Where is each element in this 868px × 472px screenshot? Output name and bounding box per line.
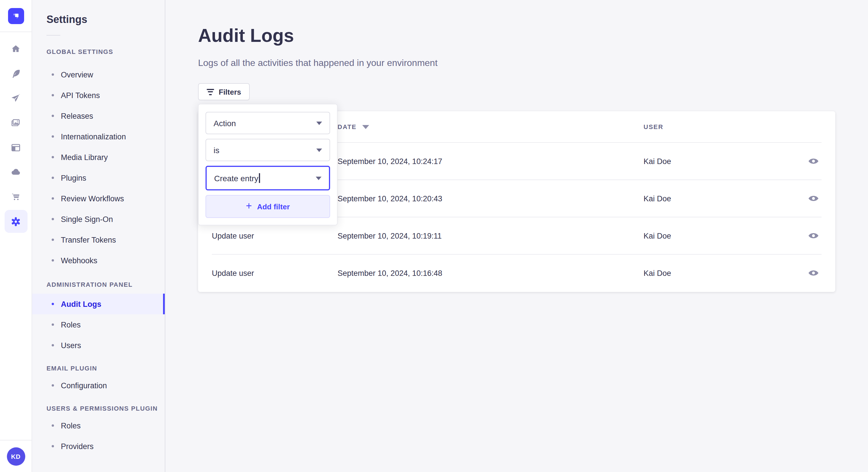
sidebar-item-label: Releases <box>61 111 93 120</box>
section-label: USERS & PERMISSIONS PLUGIN <box>32 404 165 413</box>
column-header-user[interactable]: USER <box>644 123 789 130</box>
view-details-eye-icon[interactable] <box>805 191 822 206</box>
sidebar-item-audit-logs[interactable]: Audit Logs <box>32 294 165 314</box>
paper-plane-icon[interactable] <box>4 87 27 109</box>
cell-user: Kai Doe <box>644 269 789 277</box>
sidebar-item-providers[interactable]: Providers <box>32 436 165 457</box>
plus-icon: + <box>246 201 252 211</box>
bullet-icon <box>52 239 54 241</box>
cell-user: Kai Doe <box>644 157 789 165</box>
bullet-icon <box>52 73 54 76</box>
sidebar-item-plugins[interactable]: Plugins <box>32 167 165 188</box>
cell-user: Kai Doe <box>644 231 789 240</box>
bullet-icon <box>52 384 54 386</box>
text-cursor <box>259 173 260 183</box>
sidebar-item-label: Plugins <box>61 173 86 182</box>
view-details-eye-icon[interactable] <box>805 228 822 244</box>
filter-value-combobox[interactable]: Create entry <box>206 166 330 191</box>
cell-date: September 10, 2024, 10:24:17 <box>338 157 644 165</box>
bullet-icon <box>52 94 54 96</box>
bullet-icon <box>52 156 54 158</box>
sidebar-item-releases[interactable]: Releases <box>32 105 165 126</box>
bullet-icon <box>52 177 54 179</box>
page-subtitle: Logs of all the activities that happened… <box>198 58 437 68</box>
chevron-down-icon <box>316 148 322 152</box>
sidebar-item-configuration[interactable]: Configuration <box>32 375 165 396</box>
column-header-date[interactable]: DATE <box>338 123 644 130</box>
sidebar-item-label: Transfer Tokens <box>61 235 116 244</box>
sidebar-item-label: Roles <box>61 421 81 430</box>
bullet-icon <box>52 218 54 220</box>
sidebar-item-webhooks[interactable]: Webhooks <box>32 250 165 271</box>
sidebar-item-users[interactable]: Users <box>32 335 165 356</box>
sidebar-item-label: Users <box>61 341 81 349</box>
gear-icon[interactable] <box>4 210 27 233</box>
section-label: GLOBAL SETTINGS <box>32 47 165 56</box>
page-title: Audit Logs <box>198 25 294 46</box>
view-details-eye-icon[interactable] <box>805 153 822 169</box>
bullet-icon <box>52 259 54 262</box>
sidebar-item-internationalization[interactable]: Internationalization <box>32 126 165 147</box>
chevron-down-icon <box>316 121 322 125</box>
sidebar-item-label: API Tokens <box>61 91 100 100</box>
user-avatar[interactable]: KD <box>7 447 25 465</box>
cell-date: September 10, 2024, 10:16:48 <box>338 269 644 277</box>
sidebar-item-label: Overview <box>61 70 93 79</box>
sidebar-item-roles[interactable]: Roles <box>32 314 165 335</box>
bullet-icon <box>52 115 54 117</box>
view-details-eye-icon[interactable] <box>805 265 822 281</box>
sidebar-item-review-workflows[interactable]: Review Workflows <box>32 188 165 209</box>
cart-icon[interactable] <box>4 185 27 208</box>
feather-icon[interactable] <box>4 62 27 85</box>
cell-date: September 10, 2024, 10:19:11 <box>338 231 644 240</box>
sidebar-item-single-sign-on[interactable]: Single Sign-On <box>32 209 165 229</box>
sidebar-item-label: Roles <box>61 320 81 329</box>
bullet-icon <box>52 303 54 305</box>
sort-down-icon[interactable] <box>362 125 369 129</box>
section-label: ADMINISTRATION PANEL <box>32 280 165 289</box>
sidebar-item-media-library[interactable]: Media Library <box>32 147 165 167</box>
sidebar-divider <box>46 35 60 36</box>
sidebar-item-label: Single Sign-On <box>61 215 113 224</box>
cloud-icon[interactable] <box>4 161 27 183</box>
section-label: EMAIL PLUGIN <box>32 364 165 373</box>
main-nav-rail: KD <box>0 0 32 472</box>
sidebar-item-label: Media Library <box>61 153 108 162</box>
filter-field-select[interactable]: Action <box>206 112 330 134</box>
sidebar-item-overview[interactable]: Overview <box>32 64 165 85</box>
filter-popover: Action is Create entry + Add filter <box>198 104 338 225</box>
cell-user: Kai Doe <box>644 194 789 203</box>
filters-button[interactable]: Filters <box>198 83 250 100</box>
main-content: Audit Logs Logs of all the activities th… <box>166 0 868 472</box>
strapi-logo-icon[interactable] <box>8 8 24 24</box>
sidebar-item-label: Audit Logs <box>61 300 101 308</box>
sidebar-item-label: Providers <box>61 442 94 450</box>
bullet-icon <box>52 324 54 326</box>
sidebar-item-api-tokens[interactable]: API Tokens <box>32 85 165 105</box>
sidebar-item-roles[interactable]: Roles <box>32 415 165 436</box>
bullet-icon <box>52 425 54 427</box>
sidebar-item-transfer-tokens[interactable]: Transfer Tokens <box>32 229 165 250</box>
filter-icon <box>207 89 214 95</box>
cell-action: Update user <box>212 269 338 277</box>
bullet-icon <box>52 197 54 200</box>
home-icon[interactable] <box>4 37 27 60</box>
add-filter-button[interactable]: + Add filter <box>206 195 330 218</box>
cell-action: Update user <box>212 231 338 240</box>
sidebar-item-label: Review Workflows <box>61 194 124 203</box>
chevron-down-icon <box>316 176 321 180</box>
cell-date: September 10, 2024, 10:20:43 <box>338 194 644 203</box>
strapi-admin-app: KD Settings GLOBAL SETTINGSOverviewAPI T… <box>0 0 868 472</box>
sidebar-item-label: Configuration <box>61 381 107 390</box>
sidebar-item-label: Internationalization <box>61 132 126 141</box>
settings-sidebar: Settings GLOBAL SETTINGSOverviewAPI Toke… <box>32 0 165 472</box>
sidebar-title: Settings <box>32 12 165 26</box>
sidebar-item-label: Webhooks <box>61 256 97 265</box>
bullet-icon <box>52 344 54 346</box>
layout-icon[interactable] <box>4 136 27 159</box>
bullet-icon <box>52 135 54 138</box>
bullet-icon <box>52 445 54 447</box>
table-row: Update userSeptember 10, 2024, 10:16:48K… <box>212 254 822 291</box>
media-library-icon[interactable] <box>4 111 27 134</box>
filter-operator-select[interactable]: is <box>206 139 330 161</box>
